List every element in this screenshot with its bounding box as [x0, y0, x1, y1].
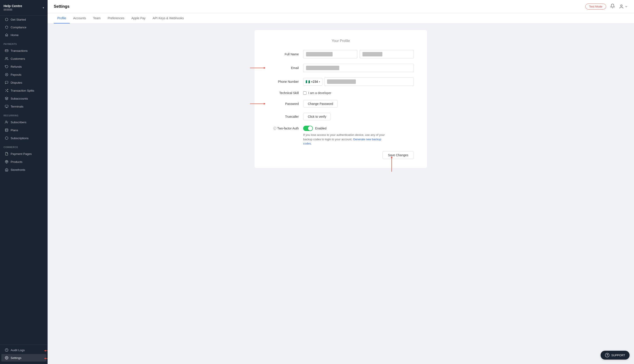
svg-rect-6 [5, 105, 8, 107]
last-name-placeholder [362, 52, 382, 56]
tab-accounts[interactable]: Accounts [70, 13, 90, 24]
flag-icon: 🇳🇬 [306, 80, 310, 84]
home-icon [5, 33, 8, 37]
password-row: Password Change Password [268, 100, 414, 108]
terminal-icon [5, 105, 8, 108]
sidebar-item-get-started[interactable]: Get Started [1, 16, 46, 23]
sidebar-chevron-icon[interactable]: ▾ [43, 6, 44, 9]
sidebar-item-compliance[interactable]: Compliance [1, 24, 46, 31]
two-factor-toggle[interactable] [303, 126, 313, 131]
sidebar-item-subscriptions[interactable]: Subscriptions [1, 134, 46, 142]
svg-marker-18 [44, 358, 46, 359]
toggle-knob [308, 126, 312, 130]
sidebar-top-section: Get Started Compliance Home [0, 16, 48, 39]
sidebar-item-transaction-splits[interactable]: Transaction Splits [1, 87, 46, 94]
section-label-payments: PAYMENTS [0, 39, 48, 47]
sidebar-subtitle: 869886 [4, 8, 22, 11]
svg-rect-1 [5, 50, 8, 52]
developer-checkbox-label[interactable]: I am a developer [308, 91, 331, 95]
full-name-fields [303, 50, 414, 58]
email-label: Email [268, 66, 303, 70]
technical-skill-field: I am a developer [303, 91, 414, 95]
page-title: Settings [54, 4, 70, 9]
two-factor-label: i Two-factor Auth [268, 126, 303, 130]
sidebar-item-payment-pages[interactable]: Payment Pages [1, 150, 46, 158]
technical-skill-label: Technical Skill [268, 91, 303, 95]
sidebar-item-products[interactable]: Products [1, 158, 46, 166]
sidebar-item-disputes[interactable]: Disputes [1, 79, 46, 86]
profile-section-title: Your Profile [268, 39, 414, 43]
package-icon [5, 160, 8, 164]
sidebar-item-audit-logs[interactable]: Audit Logs [1, 346, 46, 354]
support-icon: ? [605, 353, 610, 357]
click-to-verify-button[interactable]: Click to verify [303, 113, 331, 120]
sidebar-item-settings[interactable]: Settings [1, 354, 46, 362]
clock-icon [5, 348, 8, 352]
credit-card-icon [5, 49, 8, 52]
main-content: Your Profile Full Name [48, 24, 634, 364]
svg-marker-21 [264, 67, 266, 69]
truecaller-label: Truecaller [268, 115, 303, 118]
notification-bell-icon[interactable] [610, 4, 615, 10]
file-icon [5, 152, 8, 156]
svg-point-9 [6, 121, 7, 122]
layers-icon [5, 97, 8, 100]
section-label-commerce: COMMERCE [0, 142, 48, 150]
split-icon [5, 89, 8, 92]
tab-preferences[interactable]: Preferences [104, 13, 128, 24]
email-placeholder [306, 66, 339, 70]
sidebar-item-subscribers[interactable]: Subscribers [1, 118, 46, 126]
truecaller-row: Truecaller Click to verify [268, 113, 414, 120]
gear-icon [5, 356, 8, 360]
developer-checkbox[interactable] [303, 92, 306, 95]
tab-profile[interactable]: Profile [54, 13, 70, 24]
support-button[interactable]: ? SUPPORT [600, 351, 630, 360]
sidebar-item-transactions[interactable]: Transactions [1, 47, 46, 54]
page-header: Settings Test Mode [48, 0, 634, 13]
password-field: Change Password [303, 100, 414, 108]
main-area: Settings Test Mode Profile Accounts Team… [48, 0, 634, 364]
svg-marker-23 [264, 103, 266, 105]
full-name-row: Full Name [268, 50, 414, 58]
sidebar-title: Help Centre [4, 4, 22, 8]
password-label: Password [268, 102, 303, 106]
svg-line-11 [6, 161, 7, 161]
truecaller-field: Click to verify [303, 113, 414, 120]
sidebar-item-customers[interactable]: Customers [1, 55, 46, 62]
change-password-button[interactable]: Change Password [303, 100, 338, 108]
user-avatar-button[interactable] [619, 4, 628, 9]
refresh-icon [5, 65, 8, 68]
two-factor-row: i Two-factor Auth Enabled If you lose ac… [268, 126, 414, 146]
profile-card: Your Profile Full Name [254, 30, 427, 168]
sidebar-item-home[interactable]: Home [1, 31, 46, 39]
sidebar-item-subaccounts[interactable]: Subaccounts [1, 95, 46, 102]
two-factor-field: Enabled If you lose access to your authe… [303, 126, 414, 146]
stack-icon [5, 128, 8, 132]
alert-icon [5, 81, 8, 84]
sidebar-item-terminals[interactable]: Terminals [1, 103, 46, 110]
technical-skill-row: Technical Skill I am a developer [268, 91, 414, 95]
sidebar-item-payouts[interactable]: Payouts [1, 71, 46, 78]
save-changes-button[interactable]: Save Changes [382, 151, 414, 159]
svg-point-10 [5, 128, 8, 130]
sidebar-item-refunds[interactable]: Refunds [1, 63, 46, 70]
send-icon [5, 73, 8, 76]
phone-prefix-selector[interactable]: 🇳🇬 +234 ▾ [303, 78, 322, 86]
shield-icon [5, 26, 8, 29]
phone-chevron-icon: ▾ [319, 80, 320, 83]
test-mode-button[interactable]: Test Mode [585, 4, 606, 10]
full-name-label: Full Name [268, 52, 303, 56]
sidebar-header[interactable]: Help Centre 869886 ▾ [0, 0, 48, 16]
phone-field-container: 🇳🇬 +234 ▾ [303, 78, 414, 86]
box-icon [5, 136, 8, 140]
email-row: Email [268, 64, 414, 72]
sidebar-item-storefronts[interactable]: Storefronts [1, 166, 46, 174]
phone-label: Phone Number [268, 80, 303, 84]
two-factor-description: If you lose access to your authenticatio… [303, 133, 387, 146]
phone-country-code: +234 [311, 80, 318, 84]
tab-team[interactable]: Team [90, 13, 104, 24]
tab-apple-pay[interactable]: Apple Pay [128, 13, 149, 24]
sidebar-item-plans[interactable]: Plans [1, 126, 46, 134]
phone-row: Phone Number 🇳🇬 +234 ▾ [268, 78, 414, 86]
tab-api-keys[interactable]: API Keys & Webhooks [149, 13, 188, 24]
